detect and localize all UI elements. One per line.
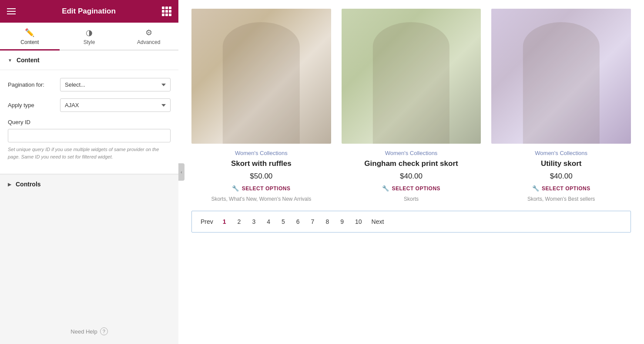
product-image-2 (491, 9, 631, 144)
select-options-btn-1[interactable]: 🔧 SELECT OPTIONS (382, 185, 440, 192)
need-help-label: Need Help (70, 328, 97, 335)
query-id-label: Query ID (8, 119, 171, 125)
product-tags-2: Skorts, Women's Best sellers (527, 196, 595, 202)
page-btn-1[interactable]: 1 (221, 217, 228, 226)
product-tags-0: Skorts, What's New, Women's New Arrivals (211, 196, 311, 202)
page-btn-7[interactable]: 7 (309, 217, 316, 226)
product-image-0 (191, 9, 331, 144)
content-arrow-icon: ▼ (8, 58, 12, 63)
controls-arrow-icon: ▶ (8, 182, 11, 187)
product-tags-1: Skorts (404, 196, 419, 202)
query-id-row: Query ID Set unique query ID if you use … (8, 119, 171, 160)
wrench-icon-2: 🔧 (532, 185, 540, 192)
product-card: Women's Collections Utility skort $40.00… (491, 9, 631, 202)
help-icon-label: ? (103, 329, 105, 334)
product-name-2: Utility skort (541, 159, 582, 169)
panel-header: Edit Pagination (0, 0, 178, 23)
content-tab-icon: ✏️ (25, 28, 34, 37)
pagination-for-label: Pagination for: (8, 81, 60, 88)
panel-content: ▼ Content Pagination for: Select... Post… (0, 51, 178, 319)
collapse-handle[interactable]: ‹ (178, 163, 184, 181)
help-icon[interactable]: ? (100, 327, 108, 335)
hamburger-icon[interactable] (7, 8, 16, 14)
select-options-label-0: SELECT OPTIONS (242, 185, 291, 192)
product-card: Women's Collections Skort with ruffles $… (191, 9, 331, 202)
page-btn-2[interactable]: 2 (236, 217, 243, 226)
page-btn-9[interactable]: 9 (339, 217, 345, 226)
grid-icon[interactable] (162, 7, 171, 16)
page-btn-10[interactable]: 10 (353, 217, 364, 226)
right-panel: Women's Collections Skort with ruffles $… (178, 0, 644, 344)
panel-title: Edit Pagination (62, 7, 116, 16)
product-category-2: Women's Collections (535, 150, 587, 156)
content-section: ▼ Content Pagination for: Select... Post… (0, 51, 178, 173)
select-options-label-1: SELECT OPTIONS (392, 185, 440, 192)
page-btn-8[interactable]: 8 (324, 217, 331, 226)
products-grid: Women's Collections Skort with ruffles $… (191, 9, 631, 202)
tab-advanced[interactable]: ⚙ Advanced (119, 23, 178, 50)
content-section-title: Content (17, 57, 40, 64)
wrench-icon-0: 🔧 (232, 185, 239, 192)
pagination-bar: Prev12345678910Next (191, 211, 631, 233)
wrench-icon-1: 🔧 (382, 185, 389, 192)
product-category-1: Women's Collections (385, 150, 438, 156)
content-section-body: Pagination for: Select... Posts Products… (0, 70, 178, 173)
apply-type-select[interactable]: AJAX Page Reload Infinite Scroll (60, 98, 171, 112)
page-btn-4[interactable]: 4 (265, 217, 272, 226)
need-help-section: Need Help ? (0, 319, 178, 344)
apply-type-label: Apply type (8, 102, 60, 108)
controls-section: ▶ Controls (0, 174, 178, 194)
product-card: Women's Collections Gingham check print … (342, 9, 481, 202)
page-btn-3[interactable]: 3 (250, 217, 257, 226)
pagination-for-row: Pagination for: Select... Posts Products… (8, 78, 171, 91)
product-image-1 (342, 9, 481, 144)
advanced-tab-icon: ⚙ (145, 28, 152, 37)
pagination-prev[interactable]: Prev (201, 218, 213, 225)
pagination-next[interactable]: Next (372, 218, 384, 225)
apply-type-row: Apply type AJAX Page Reload Infinite Scr… (8, 98, 171, 112)
tab-content-label: Content (20, 39, 39, 45)
page-btn-6[interactable]: 6 (295, 217, 302, 226)
apply-type-control: AJAX Page Reload Infinite Scroll (60, 98, 171, 112)
pagination-for-select[interactable]: Select... Posts Products Custom (60, 78, 171, 91)
controls-section-header[interactable]: ▶ Controls (0, 175, 178, 194)
query-id-hint: Set unique query ID if you use multiple … (8, 146, 171, 160)
tab-content[interactable]: ✏️ Content (0, 23, 60, 50)
tab-style[interactable]: ◑ Style (60, 23, 119, 50)
product-name-0: Skort with ruffles (231, 159, 292, 169)
select-options-label-2: SELECT OPTIONS (542, 185, 590, 192)
product-price-1: $40.00 (400, 172, 423, 181)
select-options-btn-0[interactable]: 🔧 SELECT OPTIONS (232, 185, 290, 192)
product-category-0: Women's Collections (235, 150, 288, 156)
query-id-input[interactable] (8, 129, 171, 142)
product-name-1: Gingham check print skort (364, 159, 458, 169)
left-panel: Edit Pagination ✏️ Content ◑ Style ⚙ Adv… (0, 0, 178, 344)
select-options-btn-2[interactable]: 🔧 SELECT OPTIONS (532, 185, 590, 192)
tab-style-label: Style (84, 39, 95, 45)
style-tab-icon: ◑ (86, 28, 93, 37)
pagination-for-control: Select... Posts Products Custom (60, 78, 171, 91)
product-price-2: $40.00 (550, 172, 573, 181)
product-price-0: $50.00 (250, 172, 272, 181)
page-btn-5[interactable]: 5 (280, 217, 287, 226)
content-section-header[interactable]: ▼ Content (0, 51, 178, 70)
controls-section-title: Controls (16, 181, 41, 188)
tab-bar: ✏️ Content ◑ Style ⚙ Advanced (0, 23, 178, 51)
tab-advanced-label: Advanced (137, 39, 160, 45)
